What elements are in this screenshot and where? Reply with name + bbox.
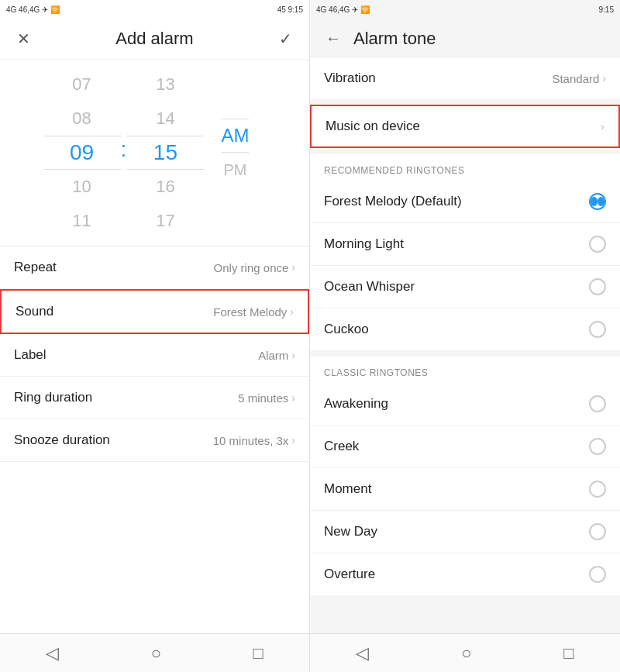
label-value: Alarm › xyxy=(258,349,295,362)
awakening-radio[interactable] xyxy=(589,395,606,412)
cuckoo-radio[interactable] xyxy=(589,321,606,338)
alarm-tone-title: Alarm tone xyxy=(353,29,436,49)
recommended-header: RECOMMENDED RINGTONES xyxy=(310,154,620,181)
music-on-device-label: Music on device xyxy=(326,119,420,134)
morning-light-label: Morning Light xyxy=(324,236,404,252)
left-top-bar: ✕ Add alarm ✓ xyxy=(0,19,309,60)
ringtone-morning-light[interactable]: Morning Light xyxy=(310,223,620,266)
forest-melody-radio[interactable] xyxy=(589,193,606,210)
right-content: Vibration Standard › Music on device › R… xyxy=(310,58,620,633)
label-row[interactable]: Label Alarm › xyxy=(0,334,309,377)
moment-radio[interactable] xyxy=(589,481,606,498)
minute-column: 13 14 15 16 17 xyxy=(126,67,204,238)
repeat-chevron: › xyxy=(291,261,295,274)
ocean-whisper-radio[interactable] xyxy=(589,278,606,295)
back-nav-icon[interactable]: ◁ xyxy=(46,643,59,663)
right-status-right: 9:15 xyxy=(599,5,614,14)
ringtone-forest-melody[interactable]: Forest Melody (Default) xyxy=(310,181,620,223)
minute-17: 17 xyxy=(126,204,204,238)
overture-label: Overture xyxy=(324,567,375,582)
awakening-label: Awakening xyxy=(324,396,388,412)
recommended-ringtones-group: RECOMMENDED RINGTONES Forest Melody (Def… xyxy=(310,154,620,350)
hour-07: 07 xyxy=(43,67,121,102)
moment-label: Moment xyxy=(324,481,371,497)
alarm-tone-back-button[interactable]: ← xyxy=(322,26,344,50)
page-title: Add alarm xyxy=(115,29,193,49)
recents-nav-icon[interactable]: □ xyxy=(253,643,263,663)
morning-light-radio[interactable] xyxy=(589,236,606,253)
ring-duration-label: Ring duration xyxy=(14,390,92,405)
classic-ringtones-group: CLASSIC RINGTONES Awakening Creek Moment… xyxy=(310,357,620,595)
minute-15-active[interactable]: 15 xyxy=(126,136,204,170)
right-home-nav-icon[interactable]: ○ xyxy=(461,643,471,663)
label-chevron: › xyxy=(291,349,295,361)
left-status-bar: 4G 46,4G ✈ 🛜 45 9:15 xyxy=(0,0,309,19)
time-colon: : xyxy=(121,137,127,164)
creek-radio[interactable] xyxy=(589,438,606,455)
music-on-device-row[interactable]: Music on device › xyxy=(310,105,620,148)
right-panel: 4G 46,4G ✈ 🛜 9:15 ← Alarm tone Vibration… xyxy=(310,0,620,672)
vibration-label: Vibration xyxy=(324,71,376,86)
status-bar-right: 45 9:15 xyxy=(277,5,303,14)
ringtone-awakening[interactable]: Awakening xyxy=(310,383,620,426)
right-top-bar: ← Alarm tone xyxy=(310,19,620,58)
ringtone-new-day[interactable]: New Day xyxy=(310,511,620,553)
right-back-nav-icon[interactable]: ◁ xyxy=(356,643,369,663)
new-day-label: New Day xyxy=(324,524,377,539)
close-button[interactable]: ✕ xyxy=(14,26,33,51)
hour-11: 11 xyxy=(43,204,121,238)
signal-info: 4G 46,4G ✈ 🛜 xyxy=(6,5,60,14)
snooze-duration-label: Snooze duration xyxy=(14,432,110,448)
left-nav-bar: ◁ ○ □ xyxy=(0,633,309,672)
right-status-bar: 4G 46,4G ✈ 🛜 9:15 xyxy=(310,0,620,19)
label-label: Label xyxy=(14,347,46,363)
repeat-value: Only ring once › xyxy=(214,261,295,274)
cuckoo-label: Cuckoo xyxy=(324,322,369,337)
ampm-column: AM PM xyxy=(204,119,266,187)
ring-duration-chevron: › xyxy=(291,391,295,404)
repeat-row[interactable]: Repeat Only ring once › xyxy=(0,246,309,289)
snooze-duration-chevron: › xyxy=(291,434,295,446)
ringtone-overture[interactable]: Overture xyxy=(310,553,620,595)
forest-melody-label: Forest Melody (Default) xyxy=(324,194,462,209)
snooze-duration-row[interactable]: Snooze duration 10 minutes, 3x › xyxy=(0,419,309,462)
vibration-value: Standard › xyxy=(552,72,606,85)
am-active[interactable]: AM xyxy=(221,119,249,153)
right-status-left: 4G 46,4G ✈ 🛜 xyxy=(316,5,370,14)
save-button[interactable]: ✓ xyxy=(276,26,295,51)
right-signal-info: 4G 46,4G ✈ 🛜 xyxy=(316,5,370,14)
right-battery-time: 9:15 xyxy=(599,5,614,14)
ringtone-moment[interactable]: Moment xyxy=(310,468,620,511)
minute-13: 13 xyxy=(126,67,204,102)
sound-label: Sound xyxy=(16,304,53,319)
settings-list: Repeat Only ring once › Sound Forest Mel… xyxy=(0,246,309,633)
overture-radio[interactable] xyxy=(589,566,606,583)
home-nav-icon[interactable]: ○ xyxy=(151,643,161,663)
ringtone-cuckoo[interactable]: Cuckoo xyxy=(310,308,620,350)
time-picker: 07 08 09 10 11 : 13 14 15 16 17 AM PM xyxy=(0,60,309,246)
minute-14: 14 xyxy=(126,102,204,136)
repeat-label: Repeat xyxy=(14,260,57,275)
sound-row[interactable]: Sound Forest Melody › xyxy=(0,289,309,334)
right-nav-bar: ◁ ○ □ xyxy=(310,633,620,672)
vibration-row[interactable]: Vibration Standard › xyxy=(310,58,620,98)
classic-header: CLASSIC RINGTONES xyxy=(310,357,620,383)
pm: PM xyxy=(223,153,246,187)
ringtone-ocean-whisper[interactable]: Ocean Whisper xyxy=(310,266,620,308)
hour-10: 10 xyxy=(43,170,121,204)
ring-duration-value: 5 minutes › xyxy=(238,391,295,405)
creek-label: Creek xyxy=(324,439,359,454)
new-day-radio[interactable] xyxy=(589,523,606,540)
music-on-device-chevron: › xyxy=(601,120,604,133)
ringtone-creek[interactable]: Creek xyxy=(310,426,620,468)
right-recents-nav-icon[interactable]: □ xyxy=(563,643,574,663)
snooze-duration-value: 10 minutes, 3x › xyxy=(213,434,295,447)
hour-column: 07 08 09 10 11 xyxy=(43,67,121,238)
minute-16: 16 xyxy=(126,170,204,204)
ring-duration-row[interactable]: Ring duration 5 minutes › xyxy=(0,377,309,419)
left-panel: 4G 46,4G ✈ 🛜 45 9:15 ✕ Add alarm ✓ 07 08… xyxy=(0,0,310,672)
status-bar-left: 4G 46,4G ✈ 🛜 xyxy=(6,5,60,14)
vibration-chevron: › xyxy=(602,72,606,84)
sound-value: Forest Melody › xyxy=(213,305,294,319)
hour-09-active[interactable]: 09 xyxy=(43,136,121,170)
